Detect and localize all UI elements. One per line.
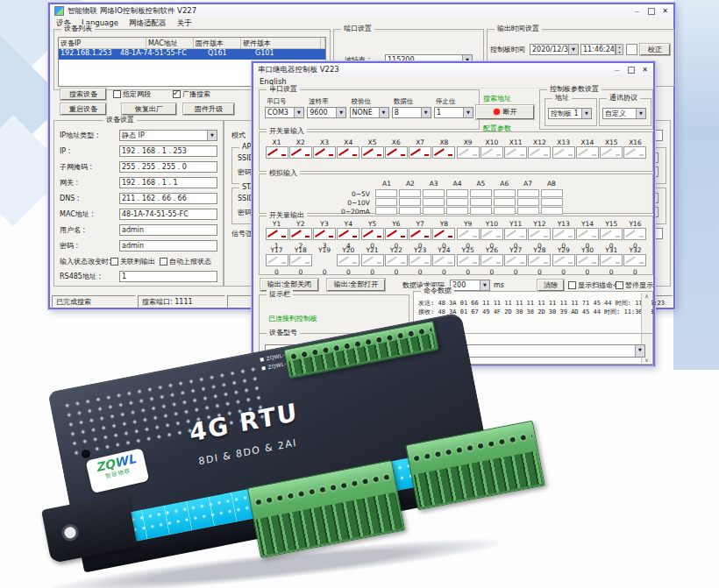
column-header[interactable]: 硬件版本 [241,38,321,49]
disconnect-button[interactable]: 断开 [476,105,534,119]
column-header[interactable]: MAC地址 [146,38,194,49]
close-button[interactable] [661,7,669,15]
do-channel[interactable]: Y32 0 [623,246,647,276]
do-channel[interactable]: Y7 0 [409,220,432,250]
do-channel[interactable]: Y13 0 [552,220,575,250]
mac-field[interactable]: 48-1A-74-51-55-FC [119,209,217,220]
switch-toggle-icon[interactable] [457,228,480,240]
interval-select[interactable]: 200 [450,280,490,291]
switch-toggle-icon[interactable] [576,228,599,240]
all-outputs-on-button[interactable]: 输出:全部打开 [327,279,385,291]
do-channel[interactable]: Y29 0 [552,246,575,276]
switch-toggle-icon[interactable] [361,254,384,266]
factory-reset-button[interactable]: 恢复出厂 [122,103,176,115]
clear-button[interactable]: 清除 [537,280,564,291]
rs485-field[interactable]: 1 [119,271,217,282]
switch-toggle-icon[interactable] [600,228,623,240]
switch-toggle-icon[interactable] [409,254,431,266]
menu-item[interactable]: 网络适配器 [129,18,167,29]
do-channel[interactable]: Y8 0 [432,220,456,250]
titlebar[interactable]: 串口继电器控制板 V223 [253,63,653,76]
switch-toggle-icon[interactable] [552,254,575,266]
switch-toggle-icon[interactable] [552,228,575,240]
do-channel[interactable]: Y26 0 [480,246,503,276]
switch-toggle-icon[interactable] [266,228,288,240]
dns-field[interactable]: 211 . 162 . 66 . 66 [119,193,217,204]
board-address-select[interactable]: 控制板 1 [548,108,592,119]
do-channel[interactable]: Y21 0 [360,246,384,276]
serial-field-select[interactable]: 9600 [307,107,346,118]
auto-report-checkbox[interactable]: 自动上报状态 [160,258,211,266]
switch-toggle-icon[interactable] [432,228,455,240]
minimize-button[interactable] [613,66,621,74]
search-device-button[interactable]: 搜索设备 [61,89,106,100]
link-output-checkbox[interactable]: 关联到输出 [110,258,155,266]
broadcast-search-checkbox[interactable]: 广播搜索 [173,90,210,99]
maximize-button[interactable] [627,66,635,74]
mask-field[interactable]: 255 . 255 . 255 . 0 [119,161,217,173]
restart-device-button[interactable]: 重启设备 [61,103,106,115]
switch-toggle-icon[interactable] [576,254,599,266]
do-channel[interactable]: Y14 0 [575,220,599,250]
do-channel[interactable]: Y3 3 [313,220,337,250]
do-channel[interactable]: Y12 0 [528,220,552,250]
column-header[interactable] [321,38,325,49]
do-channel[interactable]: Y19 0 [313,246,337,276]
device-row[interactable]: 192.168.1.25348-1A-74-51-55-FCQ161G101 [59,49,325,60]
do-channel[interactable]: Y27 0 [504,246,528,276]
do-channel[interactable]: Y30 0 [575,246,599,276]
switch-toggle-icon[interactable] [481,228,503,240]
minimize-button[interactable] [633,7,641,15]
do-channel[interactable]: Y16 0 [623,220,647,250]
titlebar[interactable]: 智能物联 网络IO控制板控制软件 V227 [50,4,673,18]
do-channel[interactable]: Y31 0 [600,246,623,276]
do-channel[interactable]: Y4 4 [337,220,360,250]
do-channel[interactable]: Y23 0 [409,246,432,276]
switch-toggle-icon[interactable] [289,228,312,240]
do-channel[interactable]: Y17 0 [265,246,288,276]
switch-toggle-icon[interactable] [457,254,480,266]
show-scan-checkbox[interactable]: 显示扫描命令 [568,281,620,290]
do-channel[interactable]: Y28 0 [528,246,552,276]
switch-toggle-icon[interactable] [289,254,312,266]
gateway-field[interactable]: 192 . 168 . 1 . 1 [119,177,217,188]
time-offset-field[interactable] [626,44,637,55]
ip-field[interactable]: 192 . 168 . 1 . 253 [119,145,217,157]
switch-toggle-icon[interactable] [432,254,455,266]
time-spinner[interactable] [616,44,623,55]
switch-toggle-icon[interactable] [528,254,551,266]
do-channel[interactable]: Y9 0 [456,220,480,250]
time-field[interactable]: 11:46:24 [580,44,616,55]
protocol-select[interactable]: 自定义 [602,108,646,119]
date-picker[interactable]: 2020/12/30 [530,44,579,55]
do-channel[interactable]: Y1 1 [265,220,288,250]
ip-type-select[interactable]: 静态 IP [119,130,217,141]
switch-toggle-icon[interactable] [385,228,408,240]
do-channel[interactable]: Y18 0 [288,246,312,276]
switch-toggle-icon[interactable] [409,228,431,240]
do-channel[interactable]: Y25 0 [456,246,480,276]
serial-field-select[interactable]: NONE [350,107,389,118]
close-button[interactable] [641,66,649,74]
search-address-link[interactable]: 搜索地址 [483,95,511,103]
switch-toggle-icon[interactable] [337,254,360,266]
switch-toggle-icon[interactable] [504,228,527,240]
serial-field-select[interactable]: 8 [392,107,431,118]
switch-toggle-icon[interactable] [337,228,360,240]
do-channel[interactable]: Y6 0 [384,220,408,250]
switch-toggle-icon[interactable] [600,254,623,266]
password-field[interactable]: admin [119,240,217,251]
serial-field-select[interactable]: COM3 [265,107,304,118]
switch-toggle-icon[interactable] [623,228,646,240]
column-header[interactable]: 设备IP [59,38,146,49]
switch-toggle-icon[interactable] [361,228,384,240]
pause-display-checkbox[interactable]: 暂停显示 [616,281,653,290]
switch-toggle-icon[interactable] [313,228,336,240]
column-header[interactable]: 固件版本 [194,38,241,49]
do-channel[interactable]: Y5 0 [360,220,384,250]
all-outputs-off-button[interactable]: 输出:全部关闭 [260,279,318,291]
specify-segment-checkbox[interactable]: 指定网段 [113,90,151,99]
do-channel[interactable]: Y2 2 [288,220,312,250]
calibrate-button[interactable]: 校正 [640,44,670,55]
maximize-button[interactable] [647,7,655,15]
